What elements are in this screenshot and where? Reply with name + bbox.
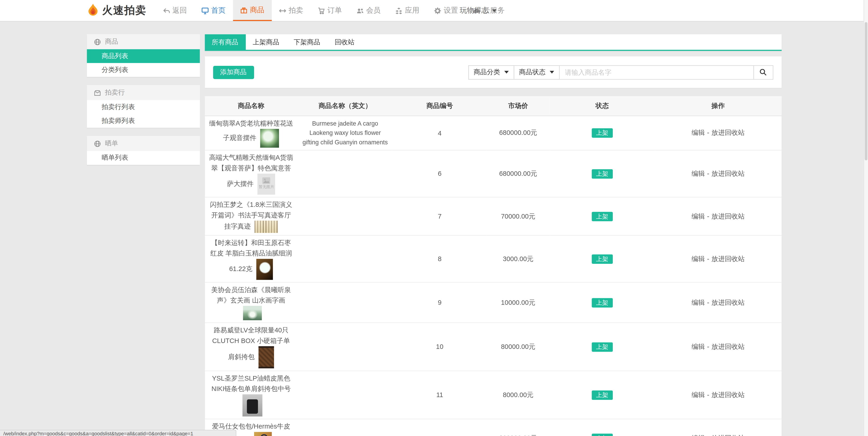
product-name-en — [298, 282, 393, 323]
sidebar-group-auction-house: 拍卖行 拍卖行列表 拍卖师列表 — [87, 85, 200, 128]
sidebar: 商品 商品列表 分类列表 拍卖行 拍卖行列表 拍卖师列表 — [87, 34, 200, 173]
sidebar-item-auction-house-list[interactable]: 拍卖行列表 — [87, 100, 200, 114]
table-row: YSL圣罗兰SLP油蜡皮黑色NIKI链条包单肩斜挎包中号 暂无图片 11 800… — [205, 371, 781, 419]
tab-on-shelf[interactable]: 上架商品 — [246, 34, 286, 50]
globe-icon — [94, 38, 100, 45]
actions-cell: 编辑-放进回收站 — [655, 197, 781, 235]
status-bar-url: /web/index.php?m=goods&c=goods&a=goodsli… — [0, 430, 237, 436]
nav-label: 拍卖 — [289, 5, 303, 15]
product-name-en — [298, 235, 393, 282]
recycle-link[interactable]: 放进回收站 — [712, 298, 745, 306]
product-name-cell: YSL圣罗兰SLP油蜡皮黑色NIKI链条包单肩斜挎包中号 暂无图片 — [205, 371, 298, 419]
table-header-row: 商品名称 商品名称（英文） 商品编号 市场价 状态 操作 — [205, 96, 781, 116]
search-button[interactable] — [753, 66, 773, 79]
scrollbar-thumb[interactable] — [865, 22, 867, 160]
edit-link[interactable]: 编辑 — [691, 391, 705, 398]
product-name: YSL圣罗兰SLP油蜡皮黑色NIKI链条包单肩斜挎包中号 — [212, 374, 291, 393]
product-name-cell: 路易威登LV全球限量40只CLUTCH BOX 小硬箱子单肩斜挎包 暂无图片 — [205, 323, 298, 371]
status-badge: 上架 — [592, 434, 613, 436]
product-name-cell: 高端大气精雕天然缅甸A货翡翠【观音菩萨】特色寓意菩萨大摆件 暂无图片 — [205, 150, 298, 197]
product-name-cell: 闪拍王梦之《1.8米三国演义开篇词》书法手写真迹客厅挂字真迹 暂无图片 — [205, 197, 298, 235]
nav-item-goods[interactable]: 商品 — [233, 0, 272, 21]
sidebar-group-header: 商品 — [87, 34, 200, 49]
nav-item-back[interactable]: 返回 — [155, 0, 194, 21]
product-id: 9 — [393, 282, 487, 323]
chevron-down-icon — [504, 71, 508, 73]
nav-item-members[interactable]: 会员 — [349, 0, 388, 21]
nav-item-settings[interactable]: 设置 — [426, 0, 465, 21]
product-id: 6 — [393, 150, 487, 197]
sidebar-item-goods-list[interactable]: 商品列表 — [87, 49, 200, 63]
sidebar-group-header: 晒单 — [87, 136, 200, 151]
col-header-status: 状态 — [550, 96, 655, 116]
col-header-name-en: 商品名称（英文） — [298, 96, 393, 116]
sidebar-group-header: 拍卖行 — [87, 85, 200, 100]
product-thumbnail[interactable]: 暂无图片 — [255, 221, 278, 233]
nav-item-apps[interactable]: 应用 — [388, 0, 426, 21]
search-input[interactable] — [559, 66, 753, 79]
app-logo[interactable]: 火速拍卖 — [87, 0, 147, 21]
top-navbar: 火速拍卖 返回 首页 商品 拍卖 — [0, 0, 868, 22]
nav-item-auction[interactable]: 拍卖 — [272, 0, 310, 21]
tab-recycle-bin[interactable]: 回收站 — [328, 34, 362, 50]
product-name-en — [298, 323, 393, 371]
category-filter-dropdown[interactable]: 商品分类 — [468, 66, 514, 79]
product-name-cell: 缅甸翡翠A货老坑糯种莲花送子观音摆件 暂无图片 — [205, 116, 298, 150]
sidebar-item-category-list[interactable]: 分类列表 — [87, 63, 200, 77]
product-price: 680000.00元 — [487, 150, 550, 197]
recycle-link[interactable]: 放进回收站 — [712, 169, 745, 177]
product-name-cell: 【时来运转】和田玉原石枣红皮 羊脂白玉精品油腻细润 61.22克 暂无图片 — [205, 235, 298, 282]
main-content: 所有商品 上架商品 下架商品 回收站 添加商品 商品分类 商品状态 — [205, 34, 781, 436]
product-thumbnail[interactable]: 暂无图片 — [258, 346, 274, 368]
actions-cell: 编辑-放进回收站 — [655, 235, 781, 282]
status-badge: 上架 — [592, 169, 613, 178]
product-thumbnail[interactable]: 暂无图片 — [243, 306, 261, 321]
product-thumbnail[interactable]: 暂无图片 — [260, 129, 279, 148]
edit-link[interactable]: 编辑 — [691, 212, 705, 220]
table-row: 爱马仕女包包/Hermès牛皮两用包 暂无图片 12 200000.00元 上架… — [205, 419, 781, 436]
product-price: 10000.00元 — [487, 282, 550, 323]
action-separator: - — [707, 434, 709, 436]
sidebar-item-auctioneer-list[interactable]: 拍卖师列表 — [87, 114, 200, 128]
action-separator: - — [707, 169, 709, 177]
recycle-link[interactable]: 放进回收站 — [712, 342, 745, 350]
tab-all-goods[interactable]: 所有商品 — [205, 34, 246, 50]
add-goods-button[interactable]: 添加商品 — [213, 66, 254, 79]
edit-link[interactable]: 编辑 — [691, 342, 705, 350]
edit-link[interactable]: 编辑 — [691, 434, 705, 436]
nav-label: 商品 — [250, 5, 265, 15]
recycle-link[interactable]: 放进回收站 — [712, 434, 745, 436]
product-thumbnail[interactable]: 暂无图片 — [257, 174, 275, 195]
app-title: 火速拍卖 — [102, 3, 147, 18]
edit-link[interactable]: 编辑 — [691, 169, 705, 177]
nav-item-home[interactable]: 首页 — [194, 0, 233, 21]
product-thumbnail[interactable]: 暂无图片 — [254, 432, 272, 436]
recycle-link[interactable]: 放进回收站 — [712, 129, 745, 137]
recycle-link[interactable]: 放进回收站 — [712, 212, 745, 220]
tab-off-shelf[interactable]: 下架商品 — [286, 34, 328, 50]
nav-label: 设置 — [444, 5, 458, 15]
goods-tabs: 所有商品 上架商品 下架商品 回收站 — [205, 34, 781, 51]
col-header-price: 市场价 — [487, 96, 550, 116]
action-separator: - — [707, 129, 709, 137]
edit-link[interactable]: 编辑 — [691, 129, 705, 137]
scrollbar[interactable] — [864, 0, 868, 436]
edit-link[interactable]: 编辑 — [691, 255, 705, 263]
sidebar-group-show-orders: 晒单 晒单列表 — [87, 136, 200, 165]
recycle-link[interactable]: 放进回收站 — [712, 391, 745, 398]
product-name-en — [298, 197, 393, 235]
edit-link[interactable]: 编辑 — [691, 298, 705, 306]
recycle-link[interactable]: 放进回收站 — [712, 255, 745, 263]
sidebar-item-show-order-list[interactable]: 晒单列表 — [87, 151, 200, 165]
user-menu[interactable]: 玩物得志 — [460, 0, 496, 21]
product-price: 200000.00元 — [487, 419, 550, 436]
tab-label: 回收站 — [335, 37, 354, 47]
nav-item-orders[interactable]: 订单 — [310, 0, 349, 21]
product-thumbnail[interactable]: 暂无图片 — [242, 394, 262, 416]
product-id: 4 — [393, 116, 487, 150]
search-icon — [760, 69, 767, 76]
status-filter-dropdown[interactable]: 商品状态 — [514, 66, 559, 79]
product-id: 7 — [393, 197, 487, 235]
product-thumbnail[interactable]: 暂无图片 — [256, 259, 273, 280]
product-name: 缅甸翡翠A货老坑糯种莲花送子观音摆件 — [209, 120, 293, 142]
